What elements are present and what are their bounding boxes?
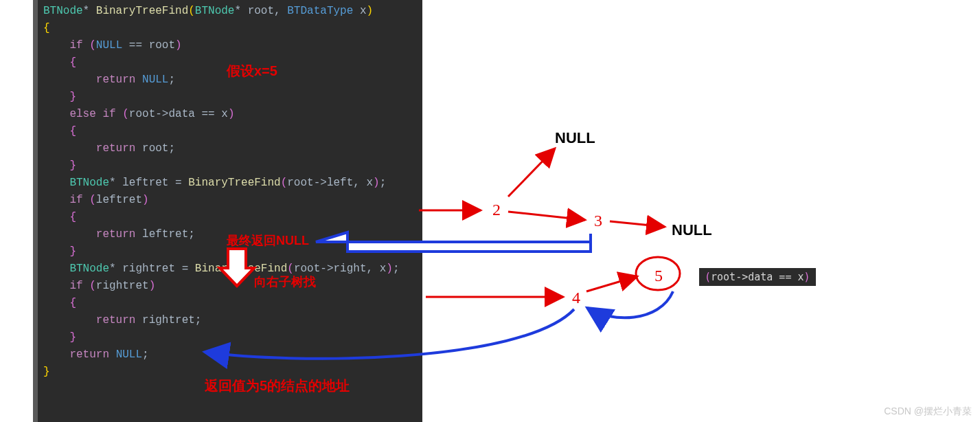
svg-line-3 — [610, 221, 665, 227]
svg-line-5 — [586, 276, 637, 291]
code-line-19: return rightret; — [38, 312, 422, 329]
anno-final-null: 最终返回NULL — [227, 232, 309, 249]
inline-expr: (root->data == x) — [699, 268, 816, 286]
code-line-16: BTNode* rightret = BinaryTreeFind(root->… — [38, 260, 422, 278]
code-line-7: else if (root->data == x) — [38, 106, 422, 123]
code-line-6: } — [38, 89, 422, 106]
watermark: CSDN @摆烂小青菜 — [884, 406, 972, 418]
code-line-2: { — [38, 20, 422, 37]
code-line-8: { — [38, 123, 422, 140]
gutter — [33, 0, 38, 422]
svg-line-1 — [508, 148, 555, 197]
anno-go-right: 向右子树找 — [254, 274, 316, 290]
anno-return-node5: 返回值为5的结点的地址 — [205, 377, 350, 395]
node-2: 2 — [492, 201, 501, 219]
code-line-9: return root; — [38, 140, 422, 157]
code-line-18: { — [38, 295, 422, 312]
code-line-13: { — [38, 209, 422, 226]
code-line-20: } — [38, 329, 422, 346]
code-line-17: if (rightret) — [38, 278, 422, 295]
code-line-10: } — [38, 157, 422, 175]
code-line-11: BTNode* leftret = BinaryTreeFind(root->l… — [38, 175, 422, 192]
code-line-21: return NULL; — [38, 346, 422, 364]
svg-line-2 — [508, 212, 585, 220]
anno-assume: 假设x=5 — [227, 62, 277, 80]
code-line-1: BTNode* BinaryTreeFind(BTNode* root, BTD… — [38, 3, 422, 20]
code-line-12: if (leftret) — [38, 192, 422, 209]
node-3: 3 — [594, 212, 602, 230]
node-4: 4 — [572, 289, 580, 307]
null-lower: NULL — [672, 221, 712, 239]
null-upper: NULL — [555, 129, 595, 147]
code-line-3: if (NULL == root) — [38, 37, 422, 54]
node-5: 5 — [654, 267, 663, 285]
